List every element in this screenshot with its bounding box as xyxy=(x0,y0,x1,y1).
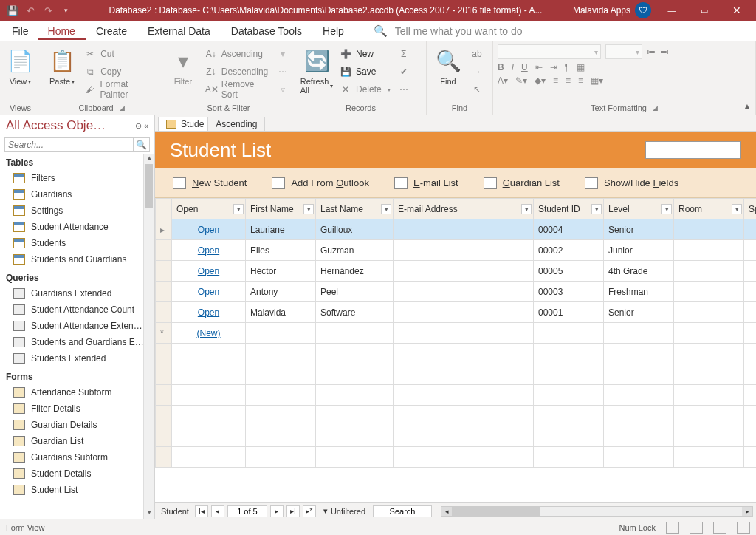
row-selector[interactable]: * xyxy=(156,323,172,344)
replace-button[interactable]: ab xyxy=(470,46,484,62)
cell-sp[interactable] xyxy=(744,282,757,302)
cell-level[interactable]: Senior xyxy=(604,302,674,323)
cell-sp[interactable] xyxy=(744,302,757,323)
nav-search-input[interactable] xyxy=(4,137,134,152)
tab-help[interactable]: Help xyxy=(312,22,354,40)
textfmt-dialog-launcher[interactable]: ◢ xyxy=(653,104,658,112)
close-button[interactable]: ✕ xyxy=(721,0,753,21)
horizontal-scrollbar[interactable]: ◂ ▸ xyxy=(441,506,753,517)
row-selector[interactable] xyxy=(156,240,172,261)
cut-button[interactable]: ✂Cut xyxy=(83,46,157,62)
cell-room[interactable] xyxy=(674,240,744,261)
nav-item-guardian-list[interactable]: Guardian List xyxy=(6,433,148,449)
spelling-button[interactable]: ✔ xyxy=(396,64,411,80)
descending-button[interactable]: Z↓Descending xyxy=(204,64,271,80)
cell-student-id[interactable]: 00003 xyxy=(534,282,604,302)
numbering-icon[interactable]: ≕ xyxy=(660,47,669,57)
cell-email[interactable] xyxy=(394,219,534,240)
nav-item-students-guardians[interactable]: Students and Guardians xyxy=(6,251,148,268)
new-link[interactable]: (New) xyxy=(176,328,241,338)
refresh-all-button[interactable]: 🔄 Refresh All▾ xyxy=(300,44,334,96)
select-button[interactable]: ↖ xyxy=(470,81,484,98)
cell-first-name[interactable]: Lauriane xyxy=(246,219,316,240)
delete-record-button[interactable]: ✕Delete▾ xyxy=(338,81,392,98)
cell-email[interactable] xyxy=(394,302,534,323)
dropdown-icon[interactable]: ▾ xyxy=(381,204,391,214)
grid-icon[interactable]: ▦ xyxy=(577,62,585,72)
cell-first-name[interactable]: Elies xyxy=(246,240,316,261)
open-link[interactable]: Open xyxy=(176,225,241,235)
nav-item-attendance-ext[interactable]: Student Attendance Exten… xyxy=(6,318,148,334)
align-right-icon[interactable]: ≡ xyxy=(578,75,583,86)
col-open[interactable]: Open▾ xyxy=(172,199,246,219)
hscroll-thumb[interactable] xyxy=(452,507,540,516)
recnav-search-input[interactable] xyxy=(373,505,432,517)
cell-last-name[interactable]: Software xyxy=(316,302,394,323)
find-button[interactable]: 🔍 Find xyxy=(431,44,465,87)
prev-record-button[interactable]: ◂ xyxy=(211,505,224,517)
fill-color-button[interactable]: ◆▾ xyxy=(535,75,546,86)
cell-email[interactable] xyxy=(394,282,534,302)
filter-status[interactable]: ▾Unfiltered xyxy=(323,506,365,516)
cell-open[interactable]: Open xyxy=(172,219,246,240)
cell-room[interactable] xyxy=(674,219,744,240)
cell-open[interactable]: Open xyxy=(172,302,246,323)
save-icon[interactable]: 💾 xyxy=(4,2,21,18)
indent-increase-icon[interactable]: ⇥ xyxy=(550,62,557,72)
bold-button[interactable]: B xyxy=(498,62,504,72)
cell-email[interactable] xyxy=(394,261,534,282)
row-selector[interactable] xyxy=(156,282,172,302)
cell-level[interactable]: Senior xyxy=(604,219,674,240)
open-link[interactable]: Open xyxy=(176,287,241,297)
cell-sp[interactable] xyxy=(744,219,757,240)
datasheet-view-button[interactable] xyxy=(690,522,703,534)
nav-item-guardian-details[interactable]: Guardian Details xyxy=(6,417,148,433)
cell-room[interactable] xyxy=(674,282,744,302)
font-color-button[interactable]: A▾ xyxy=(498,75,508,86)
cell-open[interactable]: (New) xyxy=(172,323,246,344)
cell-level[interactable]: Junior xyxy=(604,240,674,261)
row-selector[interactable] xyxy=(156,261,172,282)
cell-student-id[interactable]: 00002 xyxy=(534,240,604,261)
table-row[interactable]: OpenAntonyPeel00003Freshman xyxy=(156,282,757,302)
goto-button[interactable]: → xyxy=(470,64,484,80)
dropdown-icon[interactable]: ▾ xyxy=(732,204,742,214)
dropdown-icon[interactable]: ▾ xyxy=(233,204,244,214)
ascending-button[interactable]: A↓Ascending xyxy=(204,46,271,62)
cell-room[interactable] xyxy=(674,261,744,282)
table-row[interactable]: ▸OpenLaurianeGuilloux00004Senior xyxy=(156,219,757,240)
table-row[interactable]: OpenEliesGuzman00002Junior xyxy=(156,240,757,261)
view-button[interactable]: 📄 View▾ xyxy=(4,44,36,87)
dropdown-icon[interactable]: ▾ xyxy=(521,204,532,214)
cell-first-name[interactable]: Héctor xyxy=(246,261,316,282)
nav-item-student-list[interactable]: Student List xyxy=(6,482,148,498)
scroll-right-icon[interactable]: ▸ xyxy=(742,507,752,516)
indent-decrease-icon[interactable]: ⇤ xyxy=(535,62,543,72)
cell-first-name[interactable]: Antony xyxy=(246,282,316,302)
col-student-id[interactable]: Student ID▾ xyxy=(534,199,604,219)
highlight-button[interactable]: ✎▾ xyxy=(515,75,527,86)
open-link[interactable]: Open xyxy=(176,245,241,256)
save-record-button[interactable]: 💾Save xyxy=(338,64,392,80)
nav-scrollbar[interactable]: ▴ ▾ xyxy=(143,154,154,519)
more-records-button[interactable]: ⋯ xyxy=(396,81,411,98)
gridlines-icon[interactable]: ▦▾ xyxy=(591,75,603,86)
nav-item-settings[interactable]: Settings xyxy=(6,202,148,219)
filter-button[interactable]: ▾ Filter xyxy=(167,44,199,87)
undo-icon[interactable]: ↶ xyxy=(22,2,38,18)
nav-item-students-ext[interactable]: Students Extended xyxy=(6,350,148,367)
nav-group-queries[interactable]: Queries⌃ xyxy=(6,270,148,285)
align-center-icon[interactable]: ≡ xyxy=(566,75,571,86)
minimize-button[interactable]: — xyxy=(656,0,688,21)
open-link[interactable]: Open xyxy=(176,307,241,318)
email-list-button[interactable]: E-mail List xyxy=(394,177,458,189)
cell-open[interactable]: Open xyxy=(172,240,246,261)
tab-database-tools[interactable]: Database Tools xyxy=(221,22,312,40)
new-record-nav-button[interactable]: ▸* xyxy=(303,505,316,517)
selection-filter-button[interactable]: ▾ xyxy=(275,46,290,62)
nav-item-guardians-ext[interactable]: Guardians Extended xyxy=(6,285,148,301)
nav-dropdown-icon[interactable]: ⊙ xyxy=(135,121,142,130)
col-sp[interactable]: Sp xyxy=(744,199,757,219)
cell-student-id[interactable]: 00004 xyxy=(534,219,604,240)
toggle-filter-button[interactable]: ▿ xyxy=(275,81,290,98)
